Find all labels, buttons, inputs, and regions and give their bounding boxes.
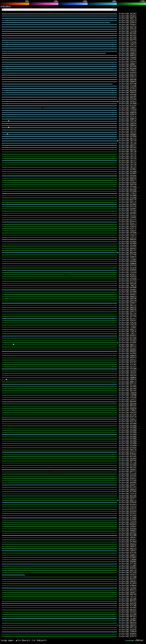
hit-alignment-line[interactable] xyxy=(2,421,117,422)
hit-alignment-line[interactable] xyxy=(2,108,117,108)
hit-alignment-line[interactable] xyxy=(2,371,117,371)
hit-id[interactable]: UniRef100_B1LGV3 xyxy=(119,486,137,488)
hit-id[interactable]: UniRef100_A9NPT9 xyxy=(119,118,137,120)
hit-alignment-line[interactable] xyxy=(2,60,117,60)
hit-row[interactable]: UniRef100_B0Z9L4 xyxy=(0,223,146,226)
hit-alignment-line[interactable] xyxy=(2,40,117,40)
hit-row[interactable]: UniRef100_A6YM97 xyxy=(0,208,146,210)
hit-alignment-line[interactable] xyxy=(2,222,117,222)
hit-id[interactable]: UniRef100_A9P5W6 xyxy=(119,94,137,96)
hit-alignment-line[interactable] xyxy=(2,579,117,580)
hit-alignment-line[interactable] xyxy=(2,461,117,461)
hit-row[interactable]: UniRef100_P93847 xyxy=(0,24,146,26)
hit-row[interactable]: UniRef100_A9MHD1 xyxy=(0,530,146,532)
hit-row[interactable]: UniRef100_Q7X9L9 xyxy=(0,87,146,90)
hit-id[interactable]: UniRef100_C8CLP5 xyxy=(119,166,137,168)
hit-row[interactable]: UniRef100_Q9YGX5 xyxy=(0,405,146,407)
hit-id[interactable]: UniRef100_C65YV5 xyxy=(119,59,137,61)
hit-row[interactable]: UniRef100_A9U2G2 xyxy=(0,48,146,50)
hit-id[interactable]: UniRef100_Q93R69 xyxy=(119,458,137,460)
hit-id[interactable]: UniRef100_B2VJ94 xyxy=(119,552,137,554)
hit-alignment-line[interactable] xyxy=(2,511,117,512)
hit-id[interactable]: UniRef100_A1JMB7 xyxy=(119,565,137,568)
hit-id[interactable]: UniRef100_Q5XJG5 xyxy=(119,206,137,208)
hit-alignment-line[interactable] xyxy=(2,596,117,597)
hit-id[interactable]: UniRef100_B5RCZ3 xyxy=(119,589,137,592)
hit-row[interactable]: UniRef100_Q1T2P5 xyxy=(0,414,146,416)
hit-id[interactable]: UniRef100_Q38H15 xyxy=(119,22,137,24)
hit-id[interactable]: UniRef100_B0X9W7 xyxy=(119,401,137,403)
hit-row[interactable]: UniRef100_UP1000... xyxy=(0,425,146,427)
hit-id[interactable]: UniRef100_A6YM97 xyxy=(119,208,137,210)
hit-row[interactable]: UniRef100_Q22431 xyxy=(0,116,146,118)
hit-alignment-line[interactable] xyxy=(2,196,117,196)
hit-id[interactable]: UniRef100_A6YM96 xyxy=(119,245,137,248)
hit-alignment-line[interactable] xyxy=(2,147,117,148)
hit-alignment-line[interactable] xyxy=(2,82,117,82)
hit-alignment-line[interactable] xyxy=(2,206,117,207)
hit-id[interactable]: UniRef100_Q1RBQ7 xyxy=(119,526,137,528)
hit-id[interactable]: UniRef100_B5S6D3 xyxy=(119,339,137,342)
hit-id[interactable]: UniRef100_C6C8Q1 xyxy=(119,587,137,590)
hit-id[interactable]: UniRef100_C8CLP9 xyxy=(119,140,137,142)
hit-id[interactable]: UniRef100_A7QTC5 xyxy=(119,76,137,78)
hit-alignment-line[interactable] xyxy=(2,220,117,220)
hit-row[interactable]: UniRef100_B8CKG5 xyxy=(0,609,146,611)
hit-id[interactable]: UniRef100_A0BM96 xyxy=(119,263,137,265)
hit-id[interactable]: UniRef100_B3TLM0 xyxy=(119,83,137,85)
hit-row[interactable]: UniRef100_Q4YP98 xyxy=(0,315,146,318)
hit-alignment-line[interactable] xyxy=(2,408,117,408)
hit-row[interactable]: UniRef100_C7YRZ3 xyxy=(0,192,146,195)
hit-id[interactable]: UniRef100_C4J938 xyxy=(119,30,137,33)
hit-alignment-line[interactable] xyxy=(2,255,117,255)
hit-row[interactable]: UniRef100_C6SWZ6 xyxy=(0,57,146,59)
hit-id[interactable]: UniRef100_B8LYV7 xyxy=(119,250,137,252)
hit-row[interactable]: UniRef100_C4ZR39 xyxy=(0,521,146,524)
hit-id[interactable]: UniRef100_UP1000... xyxy=(119,190,140,192)
hit-id[interactable]: UniRef100_Q96210 xyxy=(119,449,137,451)
hit-id[interactable]: UniRef100_UP1000... xyxy=(119,429,140,432)
hit-row[interactable]: UniRef100_UP1000... xyxy=(0,190,146,192)
hit-row[interactable]: UniRef100_A9P5W6 xyxy=(0,94,146,96)
hit-alignment-line[interactable] xyxy=(2,318,117,319)
hit-id[interactable]: UniRef100_C1BZJ6 xyxy=(119,330,137,333)
hit-row[interactable]: UniRef100_A7FJQ5 xyxy=(0,563,146,565)
hit-id[interactable]: UniRef100_UP1000... xyxy=(119,232,140,234)
hit-id[interactable]: UniRef100_A6NEY6 xyxy=(119,355,137,357)
hit-id[interactable]: UniRef100_Q29CT9 xyxy=(119,635,137,638)
hit-alignment-line[interactable] xyxy=(2,375,117,376)
hit-alignment-line[interactable] xyxy=(2,301,117,301)
hit-alignment-line[interactable] xyxy=(2,380,117,380)
hit-row[interactable]: UniRef100_Q4DD50 xyxy=(0,407,146,410)
hit-row[interactable]: UniRef100_C9X413 xyxy=(0,234,146,236)
hit-id[interactable]: UniRef100_Q667Y8 xyxy=(119,570,137,572)
hit-row[interactable]: UniRef100_Q58R91 xyxy=(0,469,146,471)
hit-row[interactable]: UniRef100_A6YM90 xyxy=(0,291,146,293)
hit-alignment-line[interactable] xyxy=(2,470,117,470)
hit-row[interactable]: UniRef100_A8GHT7 xyxy=(0,592,146,594)
hit-row[interactable]: UniRef100_B7K9S2 xyxy=(0,478,146,480)
hit-row[interactable]: UniRef100_C4J938 xyxy=(0,30,146,33)
hit-alignment-line[interactable] xyxy=(2,226,117,226)
hit-alignment-line[interactable] xyxy=(2,430,117,430)
hit-row[interactable]: UniRef100_C8CLQ3 xyxy=(0,162,146,164)
hit-row[interactable]: UniRef100_Q31XG2 xyxy=(0,512,146,515)
hit-row[interactable]: UniRef100_UP1000... xyxy=(0,438,146,440)
hit-alignment-line[interactable] xyxy=(2,590,117,590)
hit-alignment-line[interactable] xyxy=(2,606,117,606)
hit-id[interactable]: UniRef100_A5H1E9 xyxy=(119,412,137,414)
hit-id[interactable]: UniRef100_Q86E46 xyxy=(119,309,137,311)
hit-row[interactable]: UniRef100_A69076 xyxy=(0,114,146,116)
hit-id[interactable]: UniRef100_C8CH42 xyxy=(119,370,137,372)
hit-row[interactable]: UniRef100_B2K9V4 xyxy=(0,567,146,570)
hit-row[interactable]: UniRef100_A6YM96 xyxy=(0,245,146,248)
hit-row[interactable]: UniRef100_C8CLQ1 xyxy=(0,153,146,155)
hit-id[interactable]: UniRef100_UP1000... xyxy=(119,438,140,440)
hit-alignment-line[interactable] xyxy=(2,417,117,418)
hit-alignment-line[interactable] xyxy=(2,384,117,384)
hit-alignment-line[interactable] xyxy=(2,252,117,253)
hit-id[interactable]: UniRef100_A8AD91 xyxy=(119,545,137,548)
hit-id[interactable]: UniRef100_UP1000... xyxy=(119,195,140,197)
hit-id[interactable]: UniRef100_Q05533 xyxy=(119,138,137,140)
hit-id[interactable]: UniRef100_Q4W644 xyxy=(119,124,137,127)
